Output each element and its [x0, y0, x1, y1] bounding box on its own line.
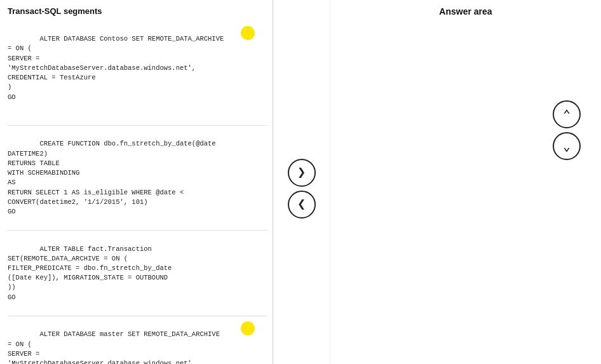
- code-block-1: ALTER DATABASE Contoso SET REMOTE_DATA_A…: [8, 21, 267, 126]
- code-block-3: ALTER TABLE fact.Transaction SET(REMOTE_…: [8, 231, 267, 316]
- right-panel: Answer area ⌃ ⌄: [330, 0, 601, 364]
- code-text-2: CREATE FUNCTION dbo.fn_stretch_by_date(@…: [8, 140, 216, 215]
- up-button[interactable]: ⌃: [553, 100, 581, 128]
- forward-icon: ❯: [297, 164, 306, 181]
- left-panel-title: Transact-SQL segments: [8, 6, 267, 16]
- down-button[interactable]: ⌄: [553, 132, 581, 160]
- middle-arrows-panel: ❯ ❮: [273, 0, 330, 364]
- answer-area-title: Answer area: [338, 6, 593, 17]
- right-arrows-container: ⌃ ⌄: [553, 100, 581, 160]
- code-blocks-container: ALTER DATABASE Contoso SET REMOTE_DATA_A…: [8, 21, 267, 364]
- code-text-1: ALTER DATABASE Contoso SET REMOTE_DATA_A…: [8, 35, 224, 100]
- forward-button[interactable]: ❯: [288, 159, 316, 187]
- answer-area-content: ⌃ ⌄: [338, 24, 593, 364]
- down-icon: ⌄: [563, 138, 571, 154]
- code-block-4: ALTER DATABASE master SET REMOTE_DATA_AR…: [8, 316, 267, 364]
- code-block-2: CREATE FUNCTION dbo.fn_stretch_by_date(@…: [8, 126, 267, 231]
- yellow-dot-1: [241, 26, 255, 40]
- backward-button[interactable]: ❮: [288, 191, 316, 219]
- code-text-3: ALTER TABLE fact.Transaction SET(REMOTE_…: [8, 245, 172, 301]
- left-panel: Transact-SQL segments ALTER DATABASE Con…: [0, 0, 273, 364]
- main-layout: Transact-SQL segments ALTER DATABASE Con…: [0, 0, 601, 364]
- up-icon: ⌃: [563, 107, 571, 123]
- yellow-dot-4: [241, 321, 255, 335]
- code-text-4: ALTER DATABASE master SET REMOTE_DATA_AR…: [8, 330, 220, 364]
- backward-icon: ❮: [297, 196, 306, 213]
